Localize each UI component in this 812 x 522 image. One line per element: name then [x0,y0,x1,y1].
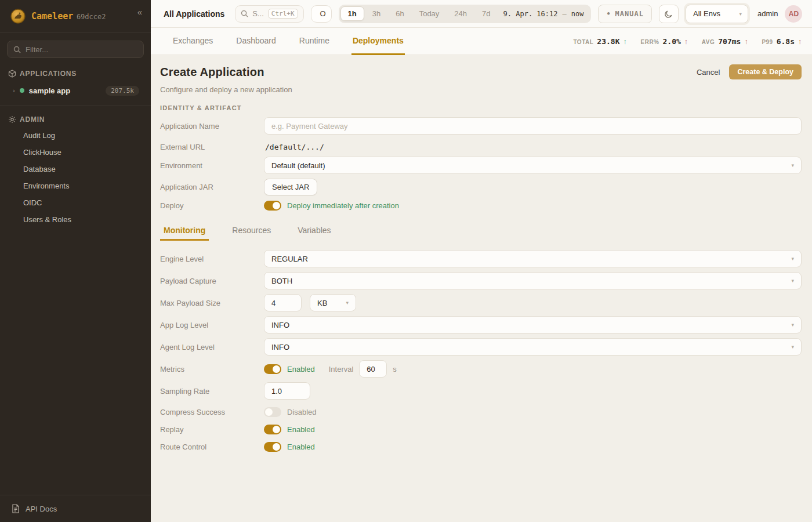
api-docs-label: API Docs [26,505,57,513]
time-range-custom[interactable]: 9. Apr. 16:12 — now [499,10,590,18]
time-range-today[interactable]: Today [412,7,447,20]
chevron-down-icon: ▾ [791,278,794,284]
environment-select[interactable]: Default (default) ▾ [264,157,802,174]
replay-toggle[interactable] [264,425,281,434]
app-count-badge: 207.5k [106,86,139,96]
refresh-mode-button[interactable]: • MANUAL [598,5,652,23]
admin-section: ADMIN Audit Log ClickHouse Database Envi… [0,111,151,228]
env-select-value: All Envs [693,9,720,18]
stat-err: ERR% 2.0% ↑ [640,37,687,46]
agent-log-level-select[interactable]: INFO ▾ [264,338,802,356]
app-status-dot [20,88,24,93]
manual-bullet: • [606,10,611,18]
environment-label: Environment [160,161,264,170]
sidebar-item-sample-app[interactable]: › sample app 207.5k [7,81,144,100]
global-search[interactable]: S... Ctrl+K [235,5,303,23]
deploy-toggle[interactable] [264,201,281,211]
compress-success-label: Compress Success [160,408,264,416]
create-deploy-button[interactable]: Create & Deploy [729,64,802,79]
status-pill-label: O [320,9,326,18]
subtab-variables[interactable]: Variables [294,223,334,241]
subtab-monitoring[interactable]: Monitoring [160,223,209,241]
filter-placeholder: Filter... [26,45,48,54]
gear-icon [8,115,16,124]
username-label: admin [757,9,778,18]
topbar: All Applications S... Ctrl+K O 1h 3h 6h … [151,0,812,28]
chevron-down-icon: ▾ [791,256,794,262]
cameleer-logo-icon [10,9,26,24]
application-name-input[interactable] [264,117,802,135]
expand-chevron-icon[interactable]: › [13,87,15,94]
range-separator: — [562,10,566,18]
time-range-6h[interactable]: 6h [389,7,411,20]
metrics-label: Metrics [160,365,264,374]
sidebar-collapse-button[interactable]: « [135,6,145,18]
tab-runtime[interactable]: Runtime [298,28,331,55]
chevron-down-icon: ▾ [791,344,794,350]
max-payload-unit-select[interactable]: KB ▾ [310,294,356,311]
metrics-toggle[interactable] [264,364,281,374]
time-range-24h[interactable]: 24h [447,7,474,20]
dark-mode-toggle[interactable] [659,5,679,23]
tab-deployments[interactable]: Deployments [351,28,405,55]
search-shortcut-kbd: Ctrl+K [268,9,298,19]
time-range-3h[interactable]: 3h [365,7,387,20]
payload-capture-label: Payload Capture [160,277,264,285]
sidebar-item-users-roles[interactable]: Users & Roles [7,211,144,228]
sidebar-item-oidc[interactable]: OIDC [7,194,144,211]
package-icon [8,70,16,78]
compress-success-toggle[interactable] [264,407,281,417]
moon-icon [664,9,673,19]
tab-exchanges[interactable]: Exchanges [172,28,214,55]
sidebar-header: Cameleer 69dcce2 « [0,0,151,32]
chevron-down-icon: ▾ [791,162,794,168]
interval-label: Interval [329,365,354,374]
engine-level-select[interactable]: REGULAR ▾ [264,250,802,267]
sidebar-item-database[interactable]: Database [7,161,144,177]
avatar[interactable]: AD [785,5,802,23]
sampling-rate-input[interactable] [264,382,310,400]
trend-up-icon: ↑ [798,38,802,46]
stat-p99: P99 6.8s ↑ [762,37,802,46]
search-text: S... [252,9,264,18]
app-log-level-label: App Log Level [160,321,264,329]
sidebar-item-audit-log[interactable]: Audit Log [7,127,144,144]
app-log-level-select[interactable]: INFO ▾ [264,316,802,334]
time-range-control: 1h 3h 6h Today 24h 7d 9. Apr. 16:12 — no… [339,5,592,23]
time-range-7d[interactable]: 7d [475,7,497,20]
sampling-rate-label: Sampling Rate [160,387,264,396]
page-subtitle: Configure and deploy a new application [160,85,802,94]
env-select[interactable]: All Envs ▾ [686,5,748,23]
time-range-1h[interactable]: 1h [340,6,364,21]
external-url-value: /default/.../ [264,143,802,151]
range-end: now [571,10,584,18]
api-docs-link[interactable]: API Docs [0,495,151,522]
subtab-resources[interactable]: Resources [229,223,274,241]
max-payload-size-input[interactable] [264,294,302,311]
compress-success-state: Disabled [287,408,317,416]
stat-avg: AVG 707ms ↑ [702,37,748,46]
sidebar-item-clickhouse[interactable]: ClickHouse [7,144,144,161]
tab-dashboard[interactable]: Dashboard [235,28,277,55]
interval-input[interactable] [359,360,387,378]
route-control-label: Route Control [160,443,264,451]
metrics-state: Enabled [287,365,315,374]
sidebar: Cameleer 69dcce2 « Filter... APPLICATION… [0,0,151,522]
deploy-label: Deploy [160,201,264,210]
route-control-toggle[interactable] [264,442,281,452]
select-jar-button[interactable]: Select JAR [264,179,317,195]
external-url-label: External URL [160,143,264,151]
cancel-button[interactable]: Cancel [697,68,720,77]
tabsbar: Exchanges Dashboard Runtime Deployments … [151,28,812,55]
engine-level-label: Engine Level [160,255,264,263]
status-pill[interactable]: O [311,5,332,23]
agent-log-level-label: Agent Log Level [160,343,264,351]
main-area: All Applications S... Ctrl+K O 1h 3h 6h … [151,0,812,522]
payload-capture-select[interactable]: BOTH ▾ [264,272,802,289]
sidebar-filter[interactable]: Filter... [7,41,144,58]
sidebar-item-environments[interactable]: Environments [7,177,144,194]
identity-artifact-section-label: IDENTITY & ARTIFACT [160,104,802,111]
application-jar-label: Application JAR [160,183,264,191]
trend-up-icon: ↑ [744,38,748,46]
search-icon [241,10,248,17]
